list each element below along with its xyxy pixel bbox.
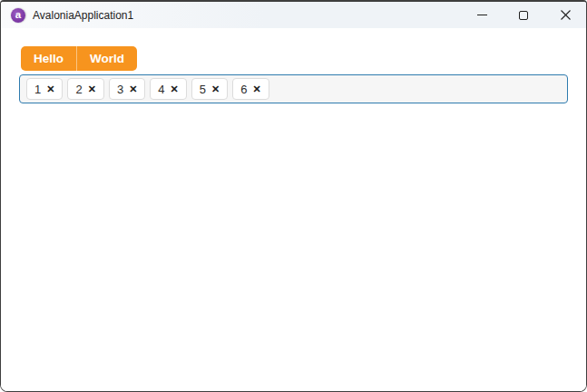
chip-value: 6 xyxy=(240,83,247,96)
chip-remove-icon[interactable]: ✕ xyxy=(129,84,137,94)
chip: 6 ✕ xyxy=(232,78,269,100)
tab-item[interactable]: World xyxy=(76,46,137,71)
window-title: AvaloniaApplication1 xyxy=(33,9,133,22)
chip: 4 ✕ xyxy=(150,78,186,100)
chip: 2 ✕ xyxy=(67,78,103,100)
chip: 3 ✕ xyxy=(109,78,145,100)
tab-item[interactable]: Hello xyxy=(21,46,76,71)
chip-remove-icon[interactable]: ✕ xyxy=(46,84,54,94)
chip-value: 3 xyxy=(117,83,123,96)
chip-value: 5 xyxy=(200,83,206,96)
chip: 5 ✕ xyxy=(191,78,228,100)
close-button[interactable] xyxy=(544,2,586,28)
chip-remove-icon[interactable]: ✕ xyxy=(211,84,220,94)
chip-remove-icon[interactable]: ✕ xyxy=(253,84,261,94)
title-bar[interactable]: a AvaloniaApplication1 xyxy=(1,2,586,28)
chip-remove-icon[interactable]: ✕ xyxy=(171,84,179,94)
chip-remove-icon[interactable]: ✕ xyxy=(88,84,96,94)
maximize-button[interactable] xyxy=(503,2,544,28)
chip: 1 ✕ xyxy=(26,78,63,100)
chip-input-field[interactable]: 1 ✕ 2 ✕ 3 ✕ 4 ✕ 5 xyxy=(19,74,568,103)
maximize-icon xyxy=(519,11,528,20)
window-content: Hello World 1 ✕ 2 ✕ 3 ✕ xyxy=(1,28,586,391)
app-window: a AvaloniaApplication1 Hello World xyxy=(0,0,587,392)
close-icon xyxy=(561,10,571,20)
minimize-button[interactable] xyxy=(461,2,503,28)
minimize-icon xyxy=(477,15,487,15)
avalonia-logo-icon: a xyxy=(11,8,25,23)
chip-value: 4 xyxy=(158,83,164,96)
tab-strip: Hello World xyxy=(21,46,137,71)
chip-value: 1 xyxy=(34,83,41,96)
chip-value: 2 xyxy=(75,83,82,96)
